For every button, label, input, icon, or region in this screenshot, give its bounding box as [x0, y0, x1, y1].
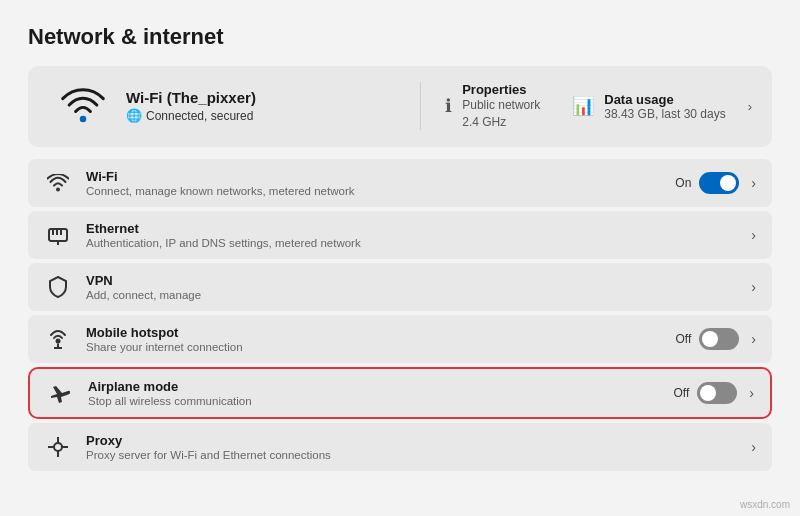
hotspot-setting-content: Mobile hotspot Share your internet conne…	[86, 325, 662, 353]
wifi-icon-area	[48, 86, 118, 126]
data-usage-label: Data usage	[604, 92, 725, 107]
page-title: Network & internet	[28, 24, 772, 50]
ethernet-title: Ethernet	[86, 221, 733, 236]
wifi-setting-content: Wi-Fi Connect, manage known networks, me…	[86, 169, 661, 197]
airplane-toggle[interactable]	[697, 382, 737, 404]
globe-icon: 🌐	[126, 108, 142, 123]
wifi-chevron: ›	[751, 175, 756, 191]
wifi-setting-right: On ›	[675, 172, 756, 194]
hotspot-right: Off ›	[676, 328, 756, 350]
wifi-toggle[interactable]	[699, 172, 739, 194]
wifi-setting-desc: Connect, manage known networks, metered …	[86, 185, 661, 197]
hotspot-desc: Share your internet connection	[86, 341, 662, 353]
proxy-chevron: ›	[751, 439, 756, 455]
wifi-status-card[interactable]: Wi-Fi (The_pixxer) 🌐 Connected, secured …	[28, 66, 772, 147]
wifi-network-name: Wi-Fi (The_pixxer)	[126, 89, 396, 106]
proxy-right: ›	[747, 439, 756, 455]
properties-text: Properties Public network 2.4 GHz	[462, 82, 540, 131]
airplane-toggle-knob	[700, 385, 716, 401]
airplane-toggle-label: Off	[674, 386, 690, 400]
data-usage-icon: 📊	[572, 95, 594, 117]
hotspot-title: Mobile hotspot	[86, 325, 662, 340]
setting-item-vpn[interactable]: VPN Add, connect, manage ›	[28, 263, 772, 311]
ethernet-desc: Authentication, IP and DNS settings, met…	[86, 237, 733, 249]
hotspot-toggle-knob	[702, 331, 718, 347]
data-usage-text: Data usage 38.43 GB, last 30 days	[604, 92, 725, 121]
wifi-setting-title: Wi-Fi	[86, 169, 661, 184]
proxy-desc: Proxy server for Wi-Fi and Ethernet conn…	[86, 449, 733, 461]
ethernet-icon	[44, 225, 72, 245]
vpn-title: VPN	[86, 273, 733, 288]
data-usage-chevron: ›	[748, 99, 752, 114]
svg-point-2	[56, 187, 60, 191]
settings-page: Network & internet Wi-Fi (The_pixxer) 🌐 …	[0, 0, 800, 516]
info-icon: ℹ	[445, 95, 452, 117]
svg-point-8	[56, 338, 61, 343]
data-usage-value: 38.43 GB, last 30 days	[604, 107, 725, 121]
properties-sub1: Public network	[462, 97, 540, 114]
settings-list: Wi-Fi Connect, manage known networks, me…	[28, 159, 772, 475]
airplane-right: Off ›	[674, 382, 754, 404]
svg-point-1	[80, 116, 86, 122]
properties-label: Properties	[462, 82, 540, 97]
ethernet-right: ›	[747, 227, 756, 243]
wifi-info: Wi-Fi (The_pixxer) 🌐 Connected, secured	[118, 89, 396, 123]
wifi-setting-icon	[44, 174, 72, 192]
data-usage-area[interactable]: 📊 Data usage 38.43 GB, last 30 days ›	[572, 92, 752, 121]
vpn-right: ›	[747, 279, 756, 295]
hotspot-icon	[44, 329, 72, 349]
airplane-icon	[46, 383, 74, 403]
card-divider	[420, 82, 421, 130]
wifi-status-text: Connected, secured	[146, 109, 253, 123]
properties-area: ℹ Properties Public network 2.4 GHz	[445, 82, 540, 131]
vpn-setting-content: VPN Add, connect, manage	[86, 273, 733, 301]
ethernet-setting-content: Ethernet Authentication, IP and DNS sett…	[86, 221, 733, 249]
properties-sub2: 2.4 GHz	[462, 114, 540, 131]
hotspot-toggle-label: Off	[676, 332, 692, 346]
wifi-signal-icon	[59, 86, 107, 126]
airplane-desc: Stop all wireless communication	[88, 395, 660, 407]
setting-item-ethernet[interactable]: Ethernet Authentication, IP and DNS sett…	[28, 211, 772, 259]
proxy-icon	[44, 436, 72, 458]
wifi-connection-status: 🌐 Connected, secured	[126, 108, 396, 123]
svg-point-11	[54, 443, 62, 451]
proxy-setting-content: Proxy Proxy server for Wi-Fi and Etherne…	[86, 433, 733, 461]
vpn-icon	[44, 276, 72, 298]
watermark: wsxdn.com	[740, 499, 790, 510]
airplane-chevron: ›	[749, 385, 754, 401]
vpn-desc: Add, connect, manage	[86, 289, 733, 301]
wifi-toggle-label: On	[675, 176, 691, 190]
vpn-chevron: ›	[751, 279, 756, 295]
hotspot-toggle[interactable]	[699, 328, 739, 350]
setting-item-hotspot[interactable]: Mobile hotspot Share your internet conne…	[28, 315, 772, 363]
airplane-setting-content: Airplane mode Stop all wireless communic…	[88, 379, 660, 407]
ethernet-chevron: ›	[751, 227, 756, 243]
wifi-toggle-knob	[720, 175, 736, 191]
proxy-title: Proxy	[86, 433, 733, 448]
setting-item-wifi[interactable]: Wi-Fi Connect, manage known networks, me…	[28, 159, 772, 207]
airplane-title: Airplane mode	[88, 379, 660, 394]
setting-item-proxy[interactable]: Proxy Proxy server for Wi-Fi and Etherne…	[28, 423, 772, 471]
setting-item-airplane[interactable]: Airplane mode Stop all wireless communic…	[28, 367, 772, 419]
hotspot-chevron: ›	[751, 331, 756, 347]
